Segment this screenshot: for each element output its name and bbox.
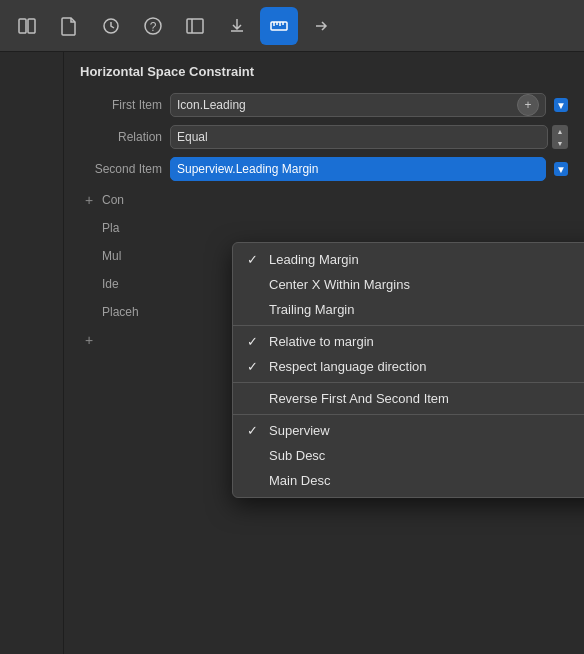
- relation-value: Equal: [177, 130, 541, 144]
- menu-item-center-x[interactable]: Center X Within Margins: [233, 272, 584, 297]
- check-superview: ✓: [247, 423, 258, 438]
- menu-label-trailing-margin: Trailing Margin: [269, 302, 355, 317]
- menu-item-main-desc[interactable]: Main Desc: [233, 468, 584, 493]
- relation-stepper[interactable]: ▲ ▼: [552, 125, 568, 149]
- plus-bottom[interactable]: +: [80, 331, 98, 349]
- section-pla: + Pla: [80, 217, 568, 239]
- menu-item-relative-margin[interactable]: ✓ Relative to margin: [233, 329, 584, 354]
- divider-2: [233, 382, 584, 383]
- context-menu: ✓ Leading Margin Center X Within Margins…: [232, 242, 584, 498]
- sidebar-toggle-icon[interactable]: [8, 7, 46, 45]
- check-relative-margin: ✓: [247, 334, 258, 349]
- stepper-down[interactable]: ▼: [552, 137, 568, 149]
- menu-label-main-desc: Main Desc: [269, 473, 330, 488]
- second-item-control: Superview.Leading Margin ▼: [170, 157, 568, 181]
- download-icon[interactable]: [218, 7, 256, 45]
- history-icon[interactable]: [92, 7, 130, 45]
- menu-label-superview: Superview: [269, 423, 330, 438]
- menu-label-leading-margin: Leading Margin: [269, 252, 359, 267]
- first-item-row: First Item Icon.Leading + ▼: [80, 93, 568, 117]
- relation-control: Equal ▲ ▼: [170, 125, 568, 149]
- help-icon[interactable]: ?: [134, 7, 172, 45]
- inspector-title: Horizontal Space Constraint: [80, 64, 568, 79]
- section-ide-label: Ide: [102, 277, 119, 291]
- menu-label-respect-language: Respect language direction: [269, 359, 427, 374]
- menu-item-sub-desc[interactable]: Sub Desc: [233, 443, 584, 468]
- first-item-circle-btn[interactable]: +: [517, 94, 539, 116]
- second-item-row: Second Item Superview.Leading Margin ▼: [80, 157, 568, 181]
- svg-rect-5: [187, 19, 203, 33]
- menu-item-trailing-margin[interactable]: Trailing Margin: [233, 297, 584, 322]
- second-item-arrow[interactable]: ▼: [554, 162, 568, 176]
- svg-text:?: ?: [150, 20, 157, 34]
- menu-label-reverse: Reverse First And Second Item: [269, 391, 449, 406]
- ruler-icon[interactable]: [260, 7, 298, 45]
- first-item-value: Icon.Leading: [177, 98, 517, 112]
- stepper-up[interactable]: ▲: [552, 125, 568, 137]
- menu-item-superview[interactable]: ✓ Superview: [233, 418, 584, 443]
- section-pla-label: Pla: [102, 221, 119, 235]
- first-item-arrow[interactable]: ▼: [554, 98, 568, 112]
- menu-label-sub-desc: Sub Desc: [269, 448, 325, 463]
- menu-item-respect-language[interactable]: ✓ Respect language direction: [233, 354, 584, 379]
- relation-row: Relation Equal ▲ ▼: [80, 125, 568, 149]
- first-item-dropdown[interactable]: Icon.Leading +: [170, 93, 546, 117]
- check-respect-language: ✓: [247, 359, 258, 374]
- main-area: Horizontal Space Constraint First Item I…: [0, 52, 584, 654]
- inspector-panel: Horizontal Space Constraint First Item I…: [64, 52, 584, 654]
- relation-dropdown[interactable]: Equal: [170, 125, 548, 149]
- section-mul-label: Mul: [102, 249, 121, 263]
- first-item-control: Icon.Leading + ▼: [170, 93, 568, 117]
- menu-label-center-x: Center X Within Margins: [269, 277, 410, 292]
- left-sidebar: [0, 52, 64, 654]
- toolbar: ?: [0, 0, 584, 52]
- divider-3: [233, 414, 584, 415]
- inspector-icon[interactable]: [176, 7, 214, 45]
- menu-label-relative-margin: Relative to margin: [269, 334, 374, 349]
- file-icon[interactable]: [50, 7, 88, 45]
- svg-rect-1: [28, 19, 35, 33]
- plus-con[interactable]: +: [80, 191, 98, 209]
- menu-item-leading-margin[interactable]: ✓ Leading Margin: [233, 247, 584, 272]
- check-leading-margin: ✓: [247, 252, 258, 267]
- first-item-label: First Item: [80, 98, 170, 112]
- relation-label: Relation: [80, 130, 170, 144]
- section-placeh-label: Placeh: [102, 305, 139, 319]
- divider-1: [233, 325, 584, 326]
- second-item-value: Superview.Leading Margin: [177, 162, 539, 176]
- second-item-label: Second Item: [80, 162, 170, 176]
- section-con-label: Con: [102, 193, 124, 207]
- section-con: + Con: [80, 189, 568, 211]
- menu-item-reverse[interactable]: Reverse First And Second Item: [233, 386, 584, 411]
- arrow-right-icon[interactable]: [302, 7, 340, 45]
- second-item-dropdown[interactable]: Superview.Leading Margin: [170, 157, 546, 181]
- svg-rect-0: [19, 19, 26, 33]
